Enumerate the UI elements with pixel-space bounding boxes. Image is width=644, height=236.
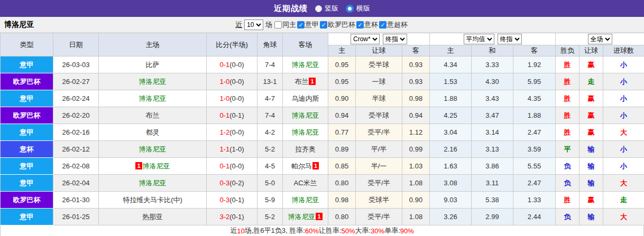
eu-draw-odds-cell: 3.86: [472, 158, 513, 175]
away-team-cell: 乌迪内斯: [283, 90, 328, 107]
filter-bar: 博洛尼亚 近 10 场 同主✓意甲✓欧罗巴杯✓意杯✓意超杯: [0, 17, 644, 33]
scope-select[interactable]: 全场: [588, 34, 612, 44]
result-cell: 胜: [556, 124, 579, 141]
result-cell: 平: [556, 141, 579, 158]
full-time-score: 0-3: [219, 179, 229, 187]
ah-away-odds-cell: 1.08: [402, 209, 430, 225]
ah-away-odds-cell: 1.08: [402, 175, 430, 192]
team-name: 博洛尼亚: [288, 213, 315, 221]
checkbox-coppa-italia-box[interactable]: ✓: [356, 21, 364, 29]
handicap-time-select[interactable]: 终指: [383, 34, 407, 44]
away-team-cell: 博洛尼亚: [283, 192, 328, 209]
score-cell: 0-1(0-0): [207, 56, 257, 73]
checkbox-serie-a-box[interactable]: ✓: [297, 21, 305, 29]
ah-home-odds-cell: 0.98: [328, 192, 356, 209]
eu-home-odds-cell: 3.08: [430, 175, 472, 192]
near-link[interactable]: 近: [235, 20, 242, 30]
half-time-score: (0-1): [229, 111, 244, 119]
half-time-score: (0-0): [229, 95, 244, 102]
radio-horizontal-icon[interactable]: [346, 5, 354, 13]
ah-away-odds-cell: 1.12: [402, 124, 430, 141]
home-team-cell: 博洛尼亚: [99, 175, 207, 192]
checkbox-same-home[interactable]: 同主: [274, 20, 296, 30]
eu-away-odds-cell: 2.47: [513, 124, 556, 141]
eu-draw-odds-cell: 3.47: [472, 107, 513, 124]
checkbox-italian-super-cup-box[interactable]: ✓: [379, 21, 387, 29]
radio-vertical-icon[interactable]: [315, 5, 322, 12]
goals-result-cell: 走: [603, 192, 644, 209]
match-date: 26-02-04: [53, 175, 99, 192]
eu-home-odds-cell: 1.53: [430, 73, 472, 90]
eu-away-odds-cell: 2.47: [513, 175, 556, 192]
checkbox-europa-league[interactable]: ✓欧罗巴杯: [320, 20, 355, 30]
col-away: 客场: [283, 33, 328, 56]
eu-away-odds-cell: 3.59: [513, 141, 556, 158]
corner-cell: 4-7: [257, 90, 283, 107]
summary-segment: 单率:: [384, 226, 400, 235]
handicap-result-cell: 输: [579, 141, 603, 158]
score-cell: 1-0(0-0): [207, 73, 257, 90]
checkbox-italian-super-cup[interactable]: ✓意超杯: [379, 20, 408, 30]
eu-draw-odds-cell: 5.38: [472, 192, 513, 209]
match-date: 26-02-08: [53, 158, 99, 175]
bookmaker-select[interactable]: Crow*: [351, 34, 380, 44]
team-name: 乌迪内斯: [292, 95, 319, 102]
league-type-badge: 欧罗巴杯: [1, 73, 53, 90]
checkbox-same-home-box[interactable]: [274, 21, 282, 29]
score-cell: 1-2(0-0): [207, 124, 257, 141]
corner-cell: 7-4: [257, 56, 283, 73]
handicap-result-cell: 输: [579, 209, 603, 225]
full-time-score: 0-3: [219, 196, 229, 204]
score-cell: 3-2(0-1): [207, 209, 257, 225]
ah-away-odds-cell: 0.90: [402, 192, 430, 209]
home-team-cell: 博洛尼亚: [99, 141, 207, 158]
full-time-score: 1-0: [219, 95, 229, 102]
summary-segment: 近: [230, 226, 237, 235]
summary-segment: 大率:: [355, 226, 371, 235]
result-cell: 胜: [556, 192, 579, 209]
controls-header-row: 类型 日期 主场 比分(半场) 角球 客场 Crow* 终指 平均值: [1, 33, 644, 45]
eu-home-odds-cell: 3.04: [430, 124, 472, 141]
corner-cell: 13-1: [257, 73, 283, 90]
half-time-score: (1-0): [229, 145, 244, 153]
europe-avg-select[interactable]: 平均值: [464, 34, 494, 44]
team-name: 博洛尼亚: [139, 179, 167, 187]
radio-vertical[interactable]: 竖版: [315, 4, 338, 13]
table-row: 欧罗巴杯26-02-27博洛尼亚1-0(0-0)13-1布兰10.95一球0.9…: [1, 73, 644, 90]
ah-line-cell: 受半球: [356, 56, 402, 73]
eu-home-odds-cell: 1.63: [430, 158, 472, 175]
checkbox-coppa-italia[interactable]: ✓意杯: [356, 20, 378, 30]
handicap-result-cell: 赢: [579, 124, 603, 141]
eu-home-odds-cell: 2.16: [430, 141, 472, 158]
europe-time-select[interactable]: 终指: [498, 34, 522, 44]
checkbox-serie-a[interactable]: ✓意甲: [297, 20, 319, 30]
eu-home-odds-cell: 1.88: [430, 90, 472, 107]
away-team-cell: 拉齐奥: [283, 141, 328, 158]
eu-away-odds-cell: 1.88: [513, 107, 556, 124]
corner-cell: 5-9: [257, 192, 283, 209]
home-team-cell: 博洛尼亚: [99, 90, 207, 107]
ah-away-odds-cell: 0.93: [402, 56, 430, 73]
table-row: 欧罗巴杯26-02-20布兰0-1(0-1)7-4博洛尼亚0.94受半球0.94…: [1, 107, 644, 124]
games-count-select[interactable]: 10: [244, 20, 263, 30]
checkbox-europa-league-box[interactable]: ✓: [320, 21, 327, 29]
ah-home-odds-cell: 0.95: [328, 56, 356, 73]
corner-cell: 4-5: [257, 158, 283, 175]
checkbox-same-home-label: 同主: [282, 20, 296, 30]
radio-group: 竖版横版: [315, 4, 370, 13]
goals-result-cell: 大: [603, 124, 644, 141]
match-date: 26-02-16: [53, 124, 99, 141]
col-eu-home: 主: [430, 45, 472, 56]
table-row: 意甲26-02-04博洛尼亚0-3(0-2)5-0AC米兰0.80受平/半1.0…: [1, 175, 644, 192]
radio-horizontal[interactable]: 横版: [346, 4, 370, 13]
match-date: 26-03-03: [53, 56, 99, 73]
table-row: 意甲26-03-03比萨0-1(0-0)7-4博洛尼亚0.95受半球0.934.…: [1, 56, 644, 73]
col-ah-result: 让球: [579, 45, 603, 56]
goals-result-cell: 小: [603, 141, 644, 158]
score-cell: 1-0(0-0): [207, 90, 257, 107]
panel-title: 近期战绩: [274, 4, 308, 14]
result-cell: 胜: [556, 56, 579, 73]
half-time-score: (0-0): [229, 61, 244, 69]
summary-segment: 让胜率:: [319, 226, 342, 235]
half-time-score: (0-0): [229, 78, 244, 86]
